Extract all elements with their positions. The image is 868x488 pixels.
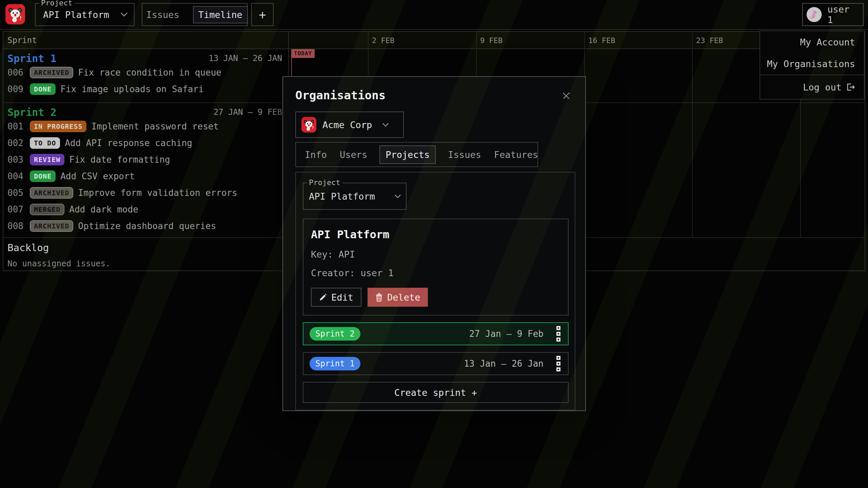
delete-button-label: Delete	[387, 292, 420, 303]
chevron-down-icon	[120, 12, 128, 17]
chevron-down-icon	[394, 194, 401, 199]
issue-title: Add dark mode	[69, 204, 138, 215]
issue-title: Improve form validation errors	[78, 188, 237, 198]
close-icon	[562, 92, 571, 100]
sprint-column-header: Sprint	[3, 36, 37, 45]
menu-item-log-out[interactable]: Log out	[760, 75, 864, 99]
svg-text:!: !	[312, 125, 314, 130]
sprint-name[interactable]: Sprint 2	[7, 106, 57, 118]
sprint-list: Sprint 227 Jan – 9 FebSprint 113 Jan – 2…	[303, 322, 568, 375]
issue-status-badge: DONE	[30, 83, 56, 95]
issue-status-badge: ARCHIVED	[30, 220, 73, 232]
timeline-grid-line	[692, 32, 693, 237]
issue-number: 001	[7, 121, 25, 131]
organisation-dropdown-value: Acme Corp	[322, 120, 372, 130]
issue-title: Fix race condition in queue	[78, 67, 221, 78]
menu-item-label: My Account	[800, 37, 855, 47]
modal-project-dropdown-value: API Platform	[309, 191, 390, 202]
tab-projects[interactable]: Projects	[379, 145, 436, 164]
edit-project-button[interactable]: Edit	[311, 288, 361, 307]
sprint-list-row-sprint-2[interactable]: Sprint 227 Jan – 9 Feb	[303, 322, 569, 345]
issue-number: 008	[7, 221, 25, 231]
project-key-line: Key: API	[311, 249, 560, 260]
menu-item-my-account[interactable]: My Account	[760, 31, 864, 53]
user-name: user 1	[827, 4, 857, 25]
issue-status-badge: DONE	[30, 170, 56, 182]
issue-number: 005	[7, 188, 25, 198]
view-tab-timeline[interactable]: Timeline	[193, 6, 248, 23]
project-dropdown[interactable]: Project API Platform	[35, 3, 135, 26]
project-creator-line: Creator: user 1	[311, 268, 560, 278]
menu-item-my-organisations[interactable]: My Organisations	[760, 53, 864, 75]
delete-project-button[interactable]: Delete	[368, 288, 428, 307]
issue-status-badge: ARCHIVED	[30, 67, 73, 78]
issue-status-badge: TO DO	[30, 137, 60, 149]
timeline-column-label: 23 FEB	[696, 36, 723, 45]
modal-project-dropdown[interactable]: Project API Platform	[303, 183, 407, 210]
tab-issues[interactable]: Issues	[447, 146, 482, 163]
timeline-column-label: 16 FEB	[588, 36, 615, 45]
issue-status-badge: MERGED	[30, 204, 64, 215]
issue-number: 002	[7, 138, 25, 148]
create-sprint-button[interactable]: Create sprint +	[303, 382, 569, 403]
sprint-badge: Sprint 2	[310, 327, 360, 341]
project-creator-value: user 1	[360, 268, 394, 278]
sprint-name[interactable]: Sprint 1	[7, 53, 57, 64]
tab-features[interactable]: Features	[493, 146, 539, 163]
organisation-logo-icon: !	[301, 117, 316, 133]
issue-title: Implement password reset	[91, 121, 219, 131]
project-dropdown-value: API Platform	[43, 9, 116, 20]
sprint-section-header: Sprint 227 JAN – 9 FEB	[3, 103, 285, 118]
modal-title: Organisations	[295, 88, 573, 102]
menu-item-label: Log out	[803, 82, 842, 93]
issue-title: Optimize dashboard queries	[78, 221, 216, 231]
svg-text:!: !	[19, 15, 22, 21]
app-logo-icon[interactable]: !	[5, 4, 25, 24]
issue-status-badge: REVIEW	[30, 154, 64, 165]
avatar	[806, 6, 822, 23]
logout-icon	[846, 83, 855, 92]
issue-title: Add CSV export	[60, 171, 135, 181]
plus-icon: +	[259, 8, 266, 22]
issue-number: 006	[7, 67, 25, 78]
trash-icon	[375, 293, 383, 302]
project-card-actions: Edit Delete	[311, 288, 560, 307]
create-sprint-label: Create sprint +	[394, 387, 477, 398]
issue-title: Fix image uploads on Safari	[60, 84, 204, 94]
project-key-value: API	[338, 249, 355, 260]
sprint-range: 13 Jan – 26 Jan	[464, 359, 544, 369]
project-dropdown-label: Project	[39, 0, 75, 7]
organisation-dropdown[interactable]: ! Acme Corp	[295, 111, 404, 138]
project-creator-label: Creator:	[311, 268, 355, 278]
sprint-range: 27 Jan – 9 Feb	[469, 329, 544, 339]
project-key-label: Key:	[311, 249, 333, 260]
kebab-menu-icon[interactable]	[555, 325, 562, 343]
projects-tab-panel: Project API Platform API Platform Key: A…	[295, 172, 575, 410]
organisations-modal: Organisations ! Acme Corp Info	[282, 76, 586, 411]
user-menu-button[interactable]: user 1	[802, 3, 864, 26]
view-switcher: IssuesTimeline	[142, 3, 248, 26]
sprint-badge: Sprint 1	[310, 357, 360, 370]
chevron-down-icon	[382, 123, 389, 127]
timeline-column-label: 2 FEB	[372, 36, 394, 45]
view-tab-issues[interactable]: Issues	[141, 7, 184, 23]
sprint-list-row-sprint-1[interactable]: Sprint 113 Jan – 26 Jan	[303, 352, 569, 375]
tab-users[interactable]: Users	[339, 146, 368, 163]
top-bar: ! Project API Platform IssuesTimeline + …	[0, 0, 868, 30]
issue-status-badge: ARCHIVED	[30, 187, 73, 199]
koala-logo-icon: !	[7, 6, 23, 23]
project-detail-card: API Platform Key: API Creator: user 1 Ed…	[303, 219, 569, 316]
add-button[interactable]: +	[251, 3, 274, 26]
today-marker-badge: TODAY	[291, 49, 315, 58]
sprint-section-header: Sprint 113 JAN – 26 JAN	[3, 49, 285, 64]
issue-number: 004	[7, 171, 25, 181]
modal-tab-bar: InfoUsersProjectsIssuesFeatures	[295, 142, 538, 167]
issue-number: 009	[7, 84, 25, 94]
app-root: ! Project API Platform IssuesTimeline + …	[0, 0, 868, 488]
timeline-column-label: 9 FEB	[480, 36, 502, 45]
issue-number: 007	[7, 204, 25, 215]
tab-info[interactable]: Info	[304, 146, 328, 163]
modal-close-button[interactable]	[560, 90, 572, 102]
kebab-menu-icon[interactable]	[555, 354, 562, 373]
issue-number: 003	[7, 155, 25, 165]
